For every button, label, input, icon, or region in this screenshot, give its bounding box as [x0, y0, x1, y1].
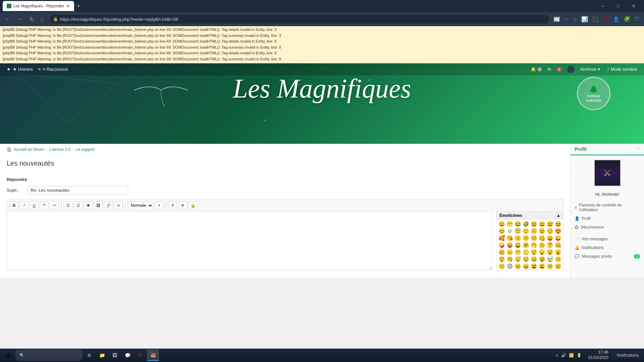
maximize-button[interactable]: □ [610, 0, 626, 12]
systray-battery-icon[interactable]: 🔋 [577, 353, 582, 358]
dark-mode-toggle[interactable]: ☽ Mode sombre [605, 67, 637, 72]
tab-view-icon[interactable]: ⬛ [591, 15, 600, 23]
browser-tab[interactable]: Les Magnifiques - Répondre ✕ [3, 1, 74, 11]
emoji-item[interactable]: 😌 [546, 228, 554, 234]
emoji-item[interactable]: 😙 [522, 235, 530, 241]
systray-up-arrow[interactable]: ∧ [555, 353, 558, 358]
preview-button[interactable]: 👁 [178, 201, 187, 209]
emoji-item[interactable]: 🤐 [554, 242, 562, 248]
taskbar-photos[interactable]: 🖼 [109, 350, 121, 361]
emoticons-scroll-up[interactable]: ▲ [556, 213, 560, 218]
emoji-item[interactable]: 😧 [546, 249, 554, 255]
close-button[interactable]: ✕ [626, 0, 641, 12]
more-options-icon[interactable]: ··· [563, 15, 570, 23]
subject-input[interactable] [28, 186, 128, 194]
emoji-item[interactable]: 🤑 [514, 242, 522, 248]
emoji-item[interactable]: 😕 [554, 256, 562, 262]
emoji-item[interactable]: 😛 [546, 235, 554, 241]
emoji-item[interactable]: 😃 [530, 221, 538, 227]
univers-nav-item[interactable]: ★ ★ Univers [7, 67, 33, 72]
emoji-item[interactable]: 😬 [514, 249, 522, 255]
emoji-item[interactable]: 😁 [506, 221, 514, 227]
notification-bell-icon[interactable]: 🔔 0 [531, 67, 542, 72]
emoji-item[interactable]: 😂 [514, 221, 522, 227]
emoji-item[interactable]: 😦 [538, 249, 546, 255]
emoji-item[interactable]: 🙃 [530, 228, 538, 234]
list-ol-button[interactable]: ☱ [74, 201, 83, 209]
messages-icon[interactable]: ✉ [547, 67, 551, 72]
emoji-item[interactable]: 😅 [546, 221, 554, 227]
clear-format-button[interactable]: ✗ [168, 201, 177, 209]
bookmark-icon[interactable]: ☆ [572, 15, 578, 23]
emoji-item[interactable]: 😑 [506, 249, 514, 255]
special-button[interactable]: ✱ [84, 201, 93, 209]
link-button[interactable]: 🔗 [104, 201, 113, 209]
home-button[interactable]: ⌂ [39, 15, 46, 23]
font-size-select[interactable]: Normale Petit Grand [128, 201, 153, 209]
forward-button[interactable]: → [15, 15, 25, 23]
emoji-item[interactable]: 😊 [498, 228, 505, 234]
taskbar-settings[interactable]: ⚙ [83, 350, 95, 361]
emoji-item[interactable]: 🤔 [546, 242, 554, 248]
taskbar-firefox[interactable]: 🦊 [147, 350, 159, 361]
tab-close-button[interactable]: ✕ [66, 3, 70, 9]
back-button[interactable]: ← [3, 15, 13, 23]
emoji-item[interactable]: 😜 [554, 235, 562, 241]
raccourcis-nav-item[interactable]: ≡ ≡ Raccourcis [38, 67, 68, 72]
emoji-item[interactable]: 😮 [554, 249, 562, 255]
emoji-item[interactable]: 😋 [538, 235, 546, 241]
code-button[interactable]: <> [50, 201, 59, 209]
emoji-item[interactable]: 🙄 [522, 249, 530, 255]
minimize-button[interactable]: ─ [595, 0, 610, 12]
emoji-item[interactable]: 😚 [530, 235, 538, 241]
taskbar-search[interactable]: 🔍 [15, 350, 83, 361]
taskbar-chat[interactable]: 💬 [121, 350, 133, 361]
emoji-item[interactable]: 🥺 [546, 263, 554, 269]
address-bar[interactable]: 🔒 https://lesmagnifiques.fr/posting.php?… [49, 14, 550, 24]
emoji-item[interactable]: 😫 [530, 263, 538, 269]
underline-button[interactable]: U [30, 201, 39, 209]
image-button[interactable]: 🖼 [94, 201, 103, 209]
emoji-item[interactable]: 🤯 [546, 256, 554, 262]
sidebar-menu-control-panel[interactable]: ≡ Panneau de contrôle de l'utilisateur [571, 201, 644, 214]
emoji-item[interactable]: 😄 [538, 221, 546, 227]
sidebar-menu-private-messages[interactable]: 💬 Messages privés 2 [571, 252, 644, 261]
italic-button[interactable]: I [20, 201, 29, 209]
emoji-item[interactable]: ☹ [506, 263, 514, 269]
emoji-item[interactable]: ☺ [506, 228, 514, 234]
emoji-item[interactable]: 😉 [538, 228, 546, 234]
list-ul-button[interactable]: ☰ [64, 201, 72, 209]
breadcrumb-home[interactable]: Accueil du forum [14, 147, 44, 152]
quote-button[interactable]: ❝ [40, 201, 49, 209]
emoji-item[interactable]: 🥱 [506, 256, 514, 262]
emoji-item[interactable]: 🤣 [522, 221, 530, 227]
emoji-item[interactable]: 😢 [554, 263, 562, 269]
emoji-item[interactable]: 🤫 [538, 242, 546, 248]
emoji-item[interactable]: 😣 [514, 263, 522, 269]
new-tab-button[interactable]: + [77, 3, 80, 10]
emoji-item[interactable]: 🥴 [498, 249, 505, 255]
dropdown-btn[interactable]: ▾ [155, 201, 163, 209]
emoji-item[interactable]: 🤤 [522, 256, 530, 262]
emoji-item[interactable]: 😩 [538, 263, 546, 269]
adblock-icon[interactable]: AD [602, 16, 610, 23]
sidebar-menu-deconnexion[interactable]: ⏻ Déconnexion [571, 223, 644, 232]
emoji-item[interactable]: 😆 [554, 221, 562, 227]
shield-icon[interactable]: 🛡 [633, 15, 641, 23]
systray-network-icon[interactable]: 📶 [569, 353, 574, 358]
notifications-action-center[interactable]: Notifications [612, 352, 643, 359]
systray-speaker-icon[interactable]: 🔊 [561, 353, 566, 358]
taskbar-opera[interactable]: O [134, 350, 146, 361]
emoji-item[interactable]: 😝 [506, 242, 514, 248]
emoji-item[interactable]: 🤭 [530, 242, 538, 248]
sidebar-menu-messages[interactable]: 📄 Vos messages [571, 235, 644, 243]
extensions-icon[interactable]: 🧩 [623, 15, 631, 23]
emoji-item[interactable]: 😪 [530, 256, 538, 262]
sidebar-menu-notifications[interactable]: 🔔 Notifications [571, 243, 644, 252]
emoji-item[interactable]: 🤗 [522, 242, 530, 248]
start-button[interactable]: ⊞ [1, 349, 15, 361]
emoji-item[interactable]: 😯 [530, 249, 538, 255]
emoji-item[interactable]: 😲 [498, 256, 505, 262]
lock-button[interactable]: 🔒 [189, 201, 197, 209]
sidebar-collapse-button[interactable]: − [637, 146, 640, 152]
